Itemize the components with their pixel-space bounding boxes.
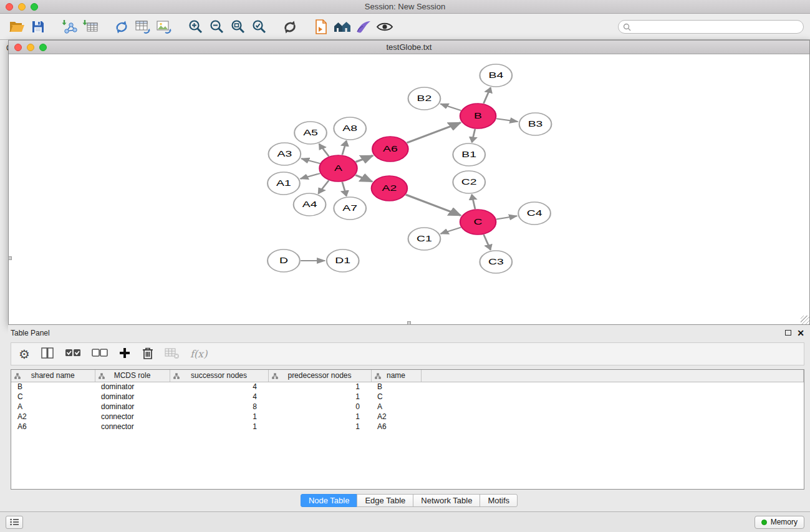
table-row[interactable]: Cdominator41C [11, 392, 804, 402]
edge-A2-C[interactable] [406, 195, 461, 215]
style-brush-icon[interactable] [353, 17, 374, 37]
edge-A-A8[interactable] [342, 141, 347, 155]
network-minimize-button[interactable] [27, 44, 34, 51]
edge-C-C4[interactable] [496, 216, 517, 219]
table-cell[interactable]: 1 [268, 382, 371, 392]
close-window-button[interactable] [6, 3, 13, 11]
tab-node-table[interactable]: Node Table [301, 494, 358, 507]
table-cell[interactable]: A6 [11, 422, 95, 432]
edge-C-C2[interactable] [472, 195, 475, 210]
delete-row-icon[interactable] [142, 346, 154, 362]
table-cell[interactable]: 1 [170, 422, 268, 432]
table-cell[interactable]: 4 [170, 392, 268, 402]
add-row-icon[interactable] [118, 347, 131, 362]
resize-grip-icon[interactable] [801, 316, 809, 324]
function-builder-icon[interactable]: f(x) [190, 348, 207, 360]
table-cell[interactable]: B [371, 382, 421, 392]
edge-C-C1[interactable] [441, 228, 461, 234]
table-cell[interactable]: A2 [11, 412, 95, 422]
save-session-icon[interactable] [27, 17, 49, 37]
table-cell[interactable]: 1 [268, 412, 371, 422]
home-icon[interactable] [332, 17, 353, 37]
resize-handle-left[interactable] [8, 256, 12, 260]
column-header-successor-nodes[interactable]: successor nodes [170, 370, 268, 382]
network-zoom-button[interactable] [39, 44, 47, 51]
table-row[interactable]: Adominator80A [11, 402, 804, 412]
edge-A-A7[interactable] [342, 182, 347, 196]
table-cell[interactable]: dominator [95, 392, 170, 402]
edge-B-B1[interactable] [472, 129, 475, 143]
edge-A-A2[interactable] [355, 175, 372, 181]
table-cell[interactable]: 0 [268, 402, 371, 412]
table-cell[interactable]: 1 [170, 412, 268, 422]
node-label-B3: B3 [528, 119, 543, 128]
table-cell[interactable]: A6 [371, 422, 421, 432]
table-cell[interactable]: 1 [268, 392, 371, 402]
table-cell[interactable]: A2 [371, 412, 421, 422]
memory-button[interactable]: Memory [755, 516, 804, 529]
column-header-MCDS-role[interactable]: MCDS role [95, 370, 170, 382]
column-header-shared-name[interactable]: shared name [11, 370, 95, 382]
edge-A-A5[interactable] [319, 144, 329, 157]
session-file-icon[interactable] [311, 17, 332, 37]
edge-A-A6[interactable] [355, 155, 373, 162]
edge-A-A1[interactable] [301, 173, 320, 179]
edge-B-B4[interactable] [483, 87, 490, 104]
reload-network-icon[interactable] [111, 17, 132, 37]
float-table-panel-icon[interactable] [785, 330, 791, 336]
import-table-icon[interactable] [80, 17, 101, 37]
task-history-button[interactable] [6, 516, 23, 529]
edge-B-B2[interactable] [440, 104, 461, 111]
table-row[interactable]: A6connector11A6 [11, 422, 804, 432]
export-image-icon[interactable] [153, 17, 175, 37]
table-cell[interactable]: dominator [95, 382, 170, 392]
zoom-out-icon[interactable] [206, 17, 227, 37]
column-header-predecessor-nodes[interactable]: predecessor nodes [268, 370, 371, 382]
network-canvas[interactable]: B4B2BB3A5A8A6B1A3AC2A1A2A4A7C4CC1C3DD1 [9, 54, 809, 324]
minimize-window-button[interactable] [18, 3, 26, 11]
table-cell[interactable]: dominator [95, 402, 170, 412]
delete-table-icon[interactable] [165, 347, 180, 362]
table-cell[interactable]: C [371, 392, 421, 402]
deselect-all-rows-icon[interactable] [92, 347, 108, 361]
tab-network-table[interactable]: Network Table [413, 494, 480, 507]
table-row[interactable]: Bdominator41B [11, 382, 804, 392]
column-header-name[interactable]: name [371, 370, 421, 382]
node-label-A8: A8 [342, 123, 357, 133]
edge-A-A4[interactable] [319, 180, 329, 193]
edge-B-B3[interactable] [496, 118, 518, 122]
zoom-selected-icon[interactable] [248, 17, 269, 37]
search-input[interactable] [618, 20, 804, 34]
close-table-panel-icon[interactable]: ✕ [797, 329, 804, 337]
edge-A-A3[interactable] [301, 158, 320, 163]
table-cell[interactable]: 8 [170, 402, 268, 412]
node-label-A3: A3 [277, 149, 292, 158]
table-settings-gear-icon[interactable]: ⚙ [19, 348, 30, 360]
import-network-icon[interactable] [59, 17, 80, 37]
table-cell[interactable]: connector [95, 422, 170, 432]
network-table-icon[interactable] [132, 17, 153, 37]
tab-edge-table[interactable]: Edge Table [357, 494, 413, 507]
zoom-fit-icon[interactable] [227, 17, 248, 37]
tab-motifs[interactable]: Motifs [480, 494, 518, 507]
table-cell[interactable]: connector [95, 412, 170, 422]
edge-A6-B[interactable] [407, 123, 460, 143]
zoom-window-button[interactable] [31, 3, 38, 11]
eye-icon[interactable] [374, 17, 395, 37]
table-row[interactable]: A2connector11A2 [11, 412, 804, 422]
node-label-A2: A2 [382, 183, 397, 193]
table-cell[interactable]: B [11, 382, 95, 392]
zoom-in-icon[interactable] [185, 17, 206, 37]
table-cell[interactable]: A [11, 402, 95, 412]
table-cell[interactable]: 4 [170, 382, 268, 392]
edge-C-C3[interactable] [484, 235, 491, 250]
network-close-button[interactable] [14, 44, 22, 51]
table-cell[interactable]: A [371, 402, 421, 412]
table-cell[interactable]: C [11, 392, 95, 402]
refresh-icon[interactable] [279, 17, 301, 37]
open-file-icon[interactable] [6, 17, 27, 37]
insert-column-icon[interactable] [41, 346, 54, 362]
select-all-rows-icon[interactable] [65, 347, 81, 361]
node-label-C2: C2 [461, 177, 477, 186]
table-cell[interactable]: 1 [268, 422, 371, 432]
